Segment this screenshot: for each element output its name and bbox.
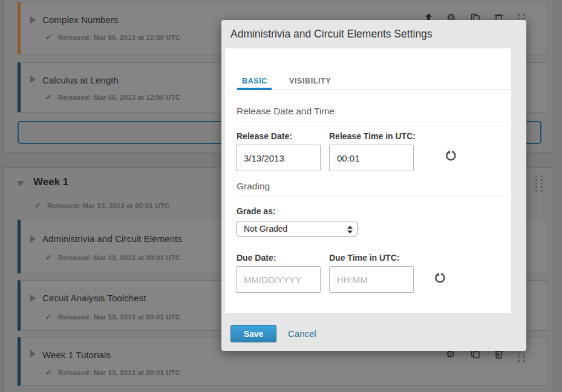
check-icon: ✔: [34, 201, 41, 210]
release-date-label: Release Date:: [237, 131, 292, 141]
due-date-input[interactable]: [236, 266, 321, 293]
expand-chevron-icon[interactable]: [30, 76, 36, 83]
tab-basic[interactable]: BASIC: [242, 77, 267, 85]
release-date-input[interactable]: [236, 145, 321, 171]
reset-release-date-icon[interactable]: [445, 150, 456, 161]
drag-handle[interactable]: [535, 175, 544, 192]
released-text: Released: Mar 13, 2013 at 00:01 UTC: [58, 313, 180, 321]
release-status: ✔Released: Mar 06, 2013 at 12:00 UTC: [45, 31, 180, 42]
released-text: Released: Mar 06, 2013 at 12:00 UTC: [58, 94, 180, 101]
check-icon: ✔: [45, 93, 52, 102]
release-section-heading: Release Date and Time: [237, 106, 335, 117]
expand-chevron-icon[interactable]: [30, 295, 36, 302]
release-status: ✔Released: Mar 13, 2013 at 00:01 UTC: [34, 200, 169, 211]
select-stepper-icon: [347, 225, 353, 236]
expand-chevron-icon[interactable]: [30, 235, 36, 243]
settings-modal: Administrivia and Circuit Elements Setti…: [221, 20, 526, 351]
release-status: ✔Released: Mar 13, 2013 at 00:01 UTC: [45, 252, 180, 263]
cancel-button[interactable]: Cancel: [288, 328, 316, 339]
reset-due-date-icon[interactable]: [434, 272, 445, 283]
release-status: ✔Released: Mar 13, 2013 at 00:01 UTC: [45, 311, 180, 322]
grade-select-value: Not Graded: [244, 224, 287, 234]
grade-select[interactable]: Not Graded: [236, 221, 358, 237]
check-icon: ✔: [45, 33, 52, 42]
release-status: ✔Released: Mar 06, 2013 at 12:00 UTC: [45, 91, 180, 102]
section-divider: [236, 197, 510, 197]
modal-title: Administrivia and Circuit Elements Setti…: [230, 28, 433, 41]
tab-visibility[interactable]: VISIBILITY: [289, 77, 331, 85]
subsection-title: Calculus at Length: [42, 75, 119, 85]
grading-section-heading: Grading: [237, 181, 270, 192]
check-icon: ✔: [45, 253, 52, 262]
subsection-title: Administrivia and Circuit Elements: [42, 234, 182, 244]
tab-divider: [237, 90, 511, 90]
release-time-input[interactable]: [329, 145, 414, 171]
section-divider: [236, 122, 510, 122]
check-icon: ✔: [45, 312, 52, 321]
released-text: Released: Mar 13, 2013 at 00:01 UTC: [58, 254, 180, 261]
modal-body: BASIC VISIBILITY Release Date and Time R…: [225, 48, 511, 313]
released-text: Released: Mar 13, 2013 at 00:01 UTC: [47, 202, 169, 209]
release-time-label: Release Time in UTC:: [329, 131, 416, 141]
release-status: ✔Released: Mar 13, 2013 at 00:01 UTC: [45, 367, 180, 377]
save-button[interactable]: Save: [230, 325, 276, 342]
active-tab-underline: [237, 88, 272, 90]
grade-as-label: Grade as:: [237, 206, 276, 216]
due-date-label: Due Date:: [237, 253, 276, 263]
collapse-chevron-icon[interactable]: [17, 181, 24, 186]
course-outline-page: Complex Numbers ✔Released: Mar 06, 2013 …: [0, 0, 562, 392]
expand-chevron-icon[interactable]: [30, 16, 36, 24]
due-time-input[interactable]: [329, 266, 414, 293]
released-text: Released: Mar 13, 2013 at 00:01 UTC: [58, 369, 180, 376]
subsection-title: Circuit Analysis Toolchest: [42, 293, 146, 303]
subsection-title: Complex Numbers: [42, 15, 119, 25]
expand-chevron-icon[interactable]: [30, 350, 36, 358]
section-title: Week 1: [33, 176, 68, 188]
subsection-title: Week 1 Tutorials: [42, 350, 111, 360]
check-icon: ✔: [45, 368, 52, 377]
due-time-label: Due Time in UTC:: [329, 253, 399, 263]
released-text: Released: Mar 06, 2013 at 12:00 UTC: [58, 34, 180, 41]
